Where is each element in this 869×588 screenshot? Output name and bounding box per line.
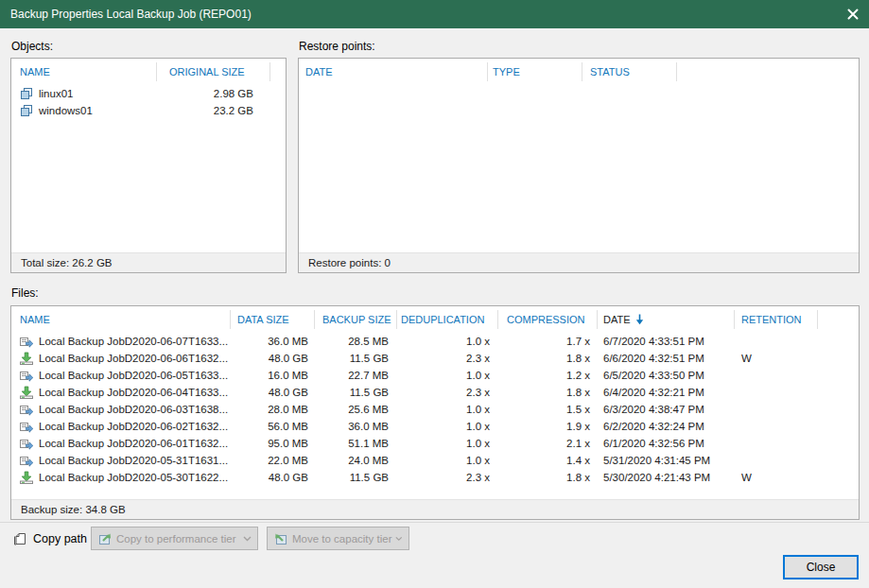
- restore-column-date[interactable]: DATE: [299, 62, 488, 81]
- file-row[interactable]: Local Backup JobD2020-06-01T1632... 95.0…: [11, 435, 859, 452]
- restore-column-status[interactable]: STATUS: [582, 62, 677, 81]
- file-row[interactable]: Local Backup JobD2020-05-30T1622... 48.0…: [11, 469, 859, 486]
- file-backup-size: 25.6 MB: [315, 404, 397, 415]
- file-name: Local Backup JobD2020-06-01T1632...: [39, 438, 228, 449]
- move-to-capacity-tier-label: Move to capacity tier: [292, 533, 391, 545]
- file-date: 6/2/2020 4:32:24 PM: [598, 421, 735, 432]
- file-data-size: 36.0 MB: [231, 336, 315, 347]
- file-data-size: 22.0 MB: [231, 455, 315, 466]
- file-data-size: 28.0 MB: [231, 404, 315, 415]
- file-name: Local Backup JobD2020-06-07T1633...: [39, 336, 228, 347]
- file-retention: W: [735, 472, 818, 483]
- file-backup-size: 11.5 GB: [315, 353, 397, 364]
- move-to-capacity-tier-button[interactable]: Move to capacity tier: [267, 527, 409, 550]
- object-row[interactable]: linux01 2.98 GB: [11, 85, 286, 102]
- files-column-data-size[interactable]: DATA SIZE: [231, 310, 315, 329]
- file-backup-size: 11.5 GB: [315, 472, 397, 483]
- bottom-separator: [0, 522, 869, 523]
- object-original-size: 23.2 GB: [157, 105, 270, 116]
- file-compression: 1.8 x: [498, 353, 598, 364]
- file-deduplication: 2.3 x: [397, 472, 498, 483]
- file-backup-size: 24.0 MB: [315, 455, 397, 466]
- file-row[interactable]: Local Backup JobD2020-05-31T1631... 22.0…: [11, 452, 859, 469]
- copy-to-performance-tier-label: Copy to performance tier: [116, 533, 236, 545]
- close-icon[interactable]: [846, 8, 860, 21]
- file-deduplication: 1.0 x: [397, 370, 498, 381]
- file-date: 6/5/2020 4:33:50 PM: [598, 370, 735, 381]
- file-name: Local Backup JobD2020-06-05T1633...: [39, 370, 228, 381]
- object-name: linux01: [39, 88, 73, 99]
- file-backup-size: 51.1 MB: [315, 438, 397, 449]
- incremental-backup-file-icon: [19, 402, 34, 417]
- file-data-size: 56.0 MB: [231, 421, 315, 432]
- file-data-size: 95.0 MB: [231, 438, 315, 449]
- incremental-backup-file-icon: [19, 436, 34, 451]
- files-column-compression[interactable]: COMPRESSION: [498, 310, 598, 329]
- files-column-name[interactable]: NAME: [11, 310, 231, 329]
- file-compression: 1.2 x: [498, 370, 598, 381]
- files-column-date[interactable]: DATE: [598, 310, 735, 329]
- file-row[interactable]: Local Backup JobD2020-06-04T1633... 48.0…: [11, 384, 859, 401]
- file-row[interactable]: Local Backup JobD2020-06-05T1633... 16.0…: [11, 367, 859, 384]
- file-date: 6/6/2020 4:32:51 PM: [598, 353, 735, 364]
- incremental-backup-file-icon: [19, 453, 34, 468]
- file-date: 5/31/2020 4:31:45 PM: [598, 455, 735, 466]
- object-original-size: 2.98 GB: [157, 88, 270, 99]
- files-column-deduplication[interactable]: DEDUPLICATION: [397, 310, 498, 329]
- file-date: 6/1/2020 4:32:56 PM: [598, 438, 735, 449]
- file-compression: 1.7 x: [498, 336, 598, 347]
- file-deduplication: 1.0 x: [397, 421, 498, 432]
- file-name: Local Backup JobD2020-05-31T1631...: [39, 455, 228, 466]
- file-row[interactable]: Local Backup JobD2020-06-06T1632... 48.0…: [11, 350, 859, 367]
- files-header: NAME DATA SIZE BACKUP SIZE DEDUPLICATION…: [11, 306, 859, 333]
- objects-column-name[interactable]: NAME: [11, 62, 157, 81]
- file-deduplication: 2.3 x: [397, 387, 498, 398]
- full-backup-file-icon: [19, 351, 34, 366]
- incremental-backup-file-icon: [19, 419, 34, 434]
- objects-list: linux01 2.98 GB windows01 23.2 GB: [11, 85, 286, 119]
- restore-column-type[interactable]: TYPE: [488, 62, 582, 81]
- vm-icon: [19, 103, 34, 118]
- file-row[interactable]: Local Backup JobD2020-06-02T1632... 56.0…: [11, 418, 859, 435]
- backup-properties-dialog: { "title": "Backup Properties Local Back…: [0, 0, 869, 588]
- file-name: Local Backup JobD2020-06-03T1638...: [39, 404, 228, 415]
- move-to-capacity-tier-icon: [273, 531, 288, 546]
- file-backup-size: 22.7 MB: [315, 370, 397, 381]
- file-retention: W: [735, 353, 818, 364]
- objects-column-original-size[interactable]: ORIGINAL SIZE: [157, 62, 270, 81]
- file-compression: 1.4 x: [498, 455, 598, 466]
- file-name: Local Backup JobD2020-05-30T1622...: [39, 472, 228, 483]
- file-compression: 1.8 x: [498, 472, 598, 483]
- file-data-size: 48.0 GB: [231, 387, 315, 398]
- restore-points-header: DATE TYPE STATUS: [299, 59, 859, 85]
- sort-descending-icon: [635, 314, 644, 325]
- file-name: Local Backup JobD2020-06-04T1633...: [39, 387, 228, 398]
- copy-to-performance-tier-button[interactable]: Copy to performance tier: [91, 527, 258, 550]
- restore-points-footer: Restore points: 0: [299, 252, 859, 272]
- file-row[interactable]: Local Backup JobD2020-06-07T1633... 36.0…: [11, 333, 859, 350]
- file-backup-size: 11.5 GB: [315, 387, 397, 398]
- object-name: windows01: [39, 105, 93, 116]
- files-column-retention[interactable]: RETENTION: [735, 310, 818, 329]
- chevron-down-icon: [395, 536, 403, 542]
- restore-points-panel: DATE TYPE STATUS Restore points: 0: [298, 58, 860, 273]
- close-button[interactable]: Close: [783, 555, 859, 579]
- file-row[interactable]: Local Backup JobD2020-06-03T1638... 28.0…: [11, 401, 859, 418]
- file-date: 6/7/2020 4:33:51 PM: [598, 336, 735, 347]
- object-row[interactable]: windows01 23.2 GB: [11, 102, 286, 119]
- copy-path-button[interactable]: Copy path: [12, 527, 87, 550]
- file-date: 6/4/2020 4:32:21 PM: [598, 387, 735, 398]
- file-compression: 2.1 x: [498, 438, 598, 449]
- files-panel: NAME DATA SIZE BACKUP SIZE DEDUPLICATION…: [10, 305, 860, 520]
- vm-icon: [19, 86, 34, 101]
- file-deduplication: 1.0 x: [397, 404, 498, 415]
- file-data-size: 48.0 GB: [231, 353, 315, 364]
- file-date: 5/30/2020 4:21:43 PM: [598, 472, 735, 483]
- file-name: Local Backup JobD2020-06-06T1632...: [39, 353, 228, 364]
- files-column-backup-size[interactable]: BACKUP SIZE: [315, 310, 397, 329]
- restore-points-label: Restore points:: [299, 40, 375, 53]
- title-bar: Backup Properties Local Backup Job (REPO…: [0, 0, 869, 28]
- full-backup-file-icon: [19, 470, 34, 485]
- file-compression: 1.8 x: [498, 387, 598, 398]
- copy-icon: [12, 531, 27, 546]
